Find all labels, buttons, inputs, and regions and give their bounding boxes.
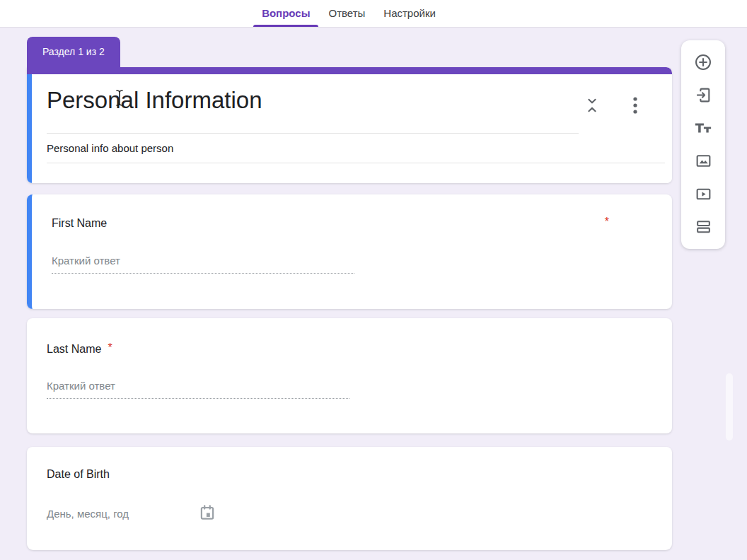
short-answer-placeholder: Краткий ответ bbox=[52, 255, 120, 267]
question-card-first-name[interactable]: First Name * Краткий ответ bbox=[27, 194, 672, 309]
google-forms-editor: Вопросы Ответы Настройки Раздел 1 из 2 P… bbox=[0, 0, 747, 560]
add-video-icon bbox=[695, 185, 712, 203]
tab-settings-label: Настройки bbox=[383, 7, 436, 19]
short-answer-underline bbox=[52, 273, 354, 274]
collapse-section-button[interactable] bbox=[582, 95, 602, 115]
required-asterisk: * bbox=[605, 216, 609, 228]
short-answer-placeholder: Краткий ответ bbox=[47, 380, 115, 392]
question-card-last-name[interactable]: Last Name* Краткий ответ bbox=[27, 318, 672, 433]
unfold-less-icon bbox=[584, 96, 600, 115]
section-more-options-button[interactable] bbox=[625, 95, 645, 115]
add-title-button[interactable] bbox=[694, 119, 712, 137]
tab-questions[interactable]: Вопросы bbox=[253, 0, 319, 27]
form-title-underline bbox=[47, 133, 579, 134]
import-questions-button[interactable] bbox=[694, 86, 712, 105]
add-image-button[interactable] bbox=[694, 152, 712, 170]
add-question-button[interactable] bbox=[694, 53, 712, 71]
question-title[interactable]: Last Name* bbox=[47, 343, 112, 356]
calendar-picker-button[interactable] bbox=[198, 503, 216, 525]
form-header-card[interactable]: Personal Information Personal info about… bbox=[27, 67, 672, 183]
date-placeholder: День, месяц, год bbox=[47, 508, 129, 520]
selected-card-indicator: First Name * Краткий ответ bbox=[27, 194, 672, 309]
form-description-input[interactable]: Personal info about person bbox=[47, 142, 173, 154]
tab-responses[interactable]: Ответы bbox=[319, 0, 374, 27]
add-section-icon bbox=[695, 218, 712, 235]
text-cursor-pointer bbox=[115, 89, 124, 110]
editor-side-toolbar bbox=[681, 40, 725, 249]
question-title-text: Last Name bbox=[47, 343, 101, 355]
question-title[interactable]: Date of Birth bbox=[47, 468, 110, 481]
form-title-input[interactable]: Personal Information bbox=[47, 87, 262, 114]
tab-responses-label: Ответы bbox=[328, 7, 365, 19]
add-question-icon bbox=[694, 53, 712, 71]
question-title[interactable]: First Name bbox=[52, 217, 107, 230]
form-description-underline bbox=[47, 163, 665, 163]
section-badge: Раздел 1 из 2 bbox=[27, 37, 120, 67]
tab-settings[interactable]: Настройки bbox=[374, 0, 445, 27]
three-dot-menu-icon bbox=[633, 96, 637, 115]
tab-questions-label: Вопросы bbox=[262, 7, 310, 19]
add-video-button[interactable] bbox=[694, 185, 712, 203]
import-questions-icon bbox=[695, 86, 712, 104]
required-asterisk: * bbox=[108, 342, 112, 354]
active-tab-indicator bbox=[253, 25, 318, 27]
add-section-button[interactable] bbox=[694, 218, 712, 236]
question-card-date-of-birth[interactable]: Date of Birth День, месяц, год bbox=[27, 447, 672, 550]
add-image-icon bbox=[695, 152, 712, 170]
scrollbar-thumb[interactable] bbox=[726, 373, 733, 441]
form-tabs: Вопросы Ответы Настройки bbox=[0, 0, 722, 27]
add-title-icon bbox=[694, 119, 712, 136]
calendar-icon bbox=[198, 503, 216, 522]
header-card-actions bbox=[582, 95, 645, 115]
header-accent-strip bbox=[27, 67, 672, 74]
top-tab-bar: Вопросы Ответы Настройки bbox=[0, 0, 747, 27]
short-answer-underline bbox=[47, 398, 349, 399]
